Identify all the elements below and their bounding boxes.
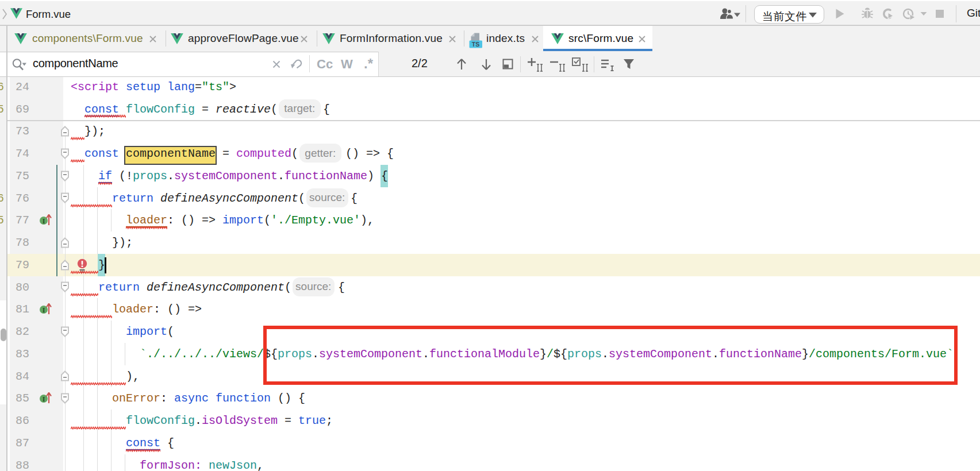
svg-text:TS: TS — [472, 41, 479, 48]
